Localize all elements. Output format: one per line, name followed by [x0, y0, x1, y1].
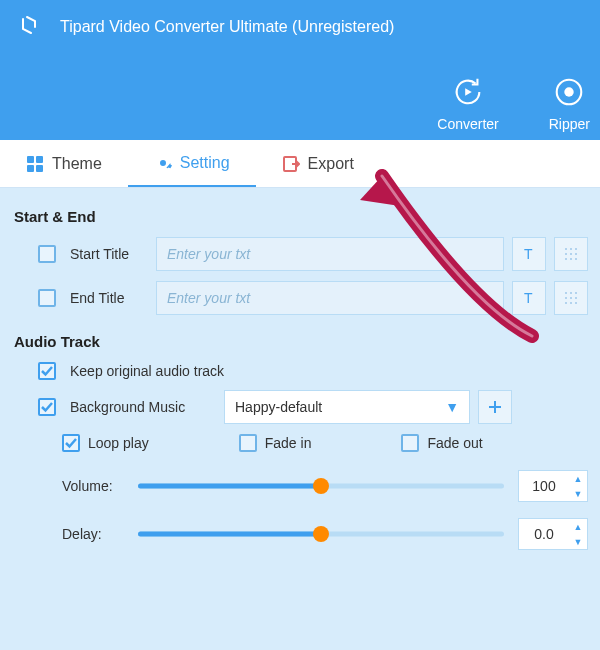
bgm-checkbox[interactable] [38, 398, 56, 416]
bgm-add-button[interactable] [478, 390, 512, 424]
bgm-dropdown[interactable]: Happy-default ▼ [224, 390, 470, 424]
volume-down-button[interactable]: ▼ [569, 486, 587, 501]
keep-audio-row: Keep original audio track [38, 362, 588, 380]
delay-spinner[interactable]: 0.0 ▲ ▼ [518, 518, 588, 550]
volume-label: Volume: [62, 478, 124, 494]
svg-marker-0 [465, 88, 472, 96]
start-title-input[interactable] [156, 237, 504, 271]
svg-point-24 [575, 297, 577, 299]
delay-label: Delay: [62, 526, 124, 542]
tab-export-label: Export [308, 155, 354, 173]
end-title-label: End Title [70, 290, 138, 306]
fade-in-label: Fade in [265, 435, 312, 451]
svg-point-21 [575, 292, 577, 294]
svg-point-25 [565, 302, 567, 304]
app-title: Tipard Video Converter Ultimate (Unregis… [60, 18, 394, 36]
ripper-icon [551, 74, 587, 110]
chevron-down-icon: ▼ [445, 399, 459, 415]
loop-play-label: Loop play [88, 435, 149, 451]
svg-point-13 [570, 253, 572, 255]
svg-rect-5 [27, 165, 34, 172]
tabs-bar: Theme Setting Export [0, 140, 600, 188]
start-title-grid-button[interactable] [554, 237, 588, 271]
header-nav: Converter Ripper [437, 74, 590, 132]
fade-out-checkbox[interactable] [401, 434, 419, 452]
tab-setting[interactable]: Setting [128, 140, 256, 187]
volume-slider[interactable] [138, 476, 504, 496]
svg-point-26 [570, 302, 572, 304]
start-title-checkbox[interactable] [38, 245, 56, 263]
gear-icon [154, 154, 172, 172]
svg-text:T: T [524, 246, 533, 262]
nav-ripper-label: Ripper [549, 116, 590, 132]
end-title-font-button[interactable]: T [512, 281, 546, 315]
volume-spinner[interactable]: 100 ▲ ▼ [518, 470, 588, 502]
svg-point-23 [570, 297, 572, 299]
tab-setting-label: Setting [180, 154, 230, 172]
svg-point-2 [565, 87, 574, 96]
svg-rect-4 [36, 156, 43, 163]
svg-rect-6 [36, 165, 43, 172]
delay-row: Delay: 0.0 ▲ ▼ [62, 518, 588, 550]
bgm-suboptions: Loop play Fade in Fade out [62, 434, 588, 452]
svg-point-9 [565, 248, 567, 250]
section-start-end-title: Start & End [14, 208, 588, 225]
svg-point-10 [570, 248, 572, 250]
volume-up-button[interactable]: ▲ [569, 471, 587, 486]
fade-out-label: Fade out [427, 435, 482, 451]
tab-theme[interactable]: Theme [0, 140, 128, 187]
loop-play-option: Loop play [62, 434, 149, 452]
svg-point-14 [575, 253, 577, 255]
converter-icon [450, 74, 486, 110]
svg-text:T: T [524, 290, 533, 306]
delay-up-button[interactable]: ▲ [569, 519, 587, 534]
section-audio-title: Audio Track [14, 333, 588, 350]
bgm-row: Background Music Happy-default ▼ [38, 390, 588, 424]
nav-converter-label: Converter [437, 116, 498, 132]
volume-row: Volume: 100 ▲ ▼ [62, 470, 588, 502]
tab-export[interactable]: Export [256, 140, 380, 187]
fade-in-checkbox[interactable] [239, 434, 257, 452]
fade-in-option: Fade in [239, 434, 312, 452]
start-title-font-button[interactable]: T [512, 237, 546, 271]
volume-value: 100 [519, 478, 569, 494]
end-title-input[interactable] [156, 281, 504, 315]
svg-point-20 [570, 292, 572, 294]
svg-point-11 [575, 248, 577, 250]
svg-point-19 [565, 292, 567, 294]
svg-point-15 [565, 258, 567, 260]
app-header: Tipard Video Converter Ultimate (Unregis… [0, 0, 600, 140]
svg-rect-3 [27, 156, 34, 163]
svg-point-12 [565, 253, 567, 255]
loop-play-checkbox[interactable] [62, 434, 80, 452]
end-title-checkbox[interactable] [38, 289, 56, 307]
theme-icon [26, 155, 44, 173]
keep-audio-label: Keep original audio track [70, 363, 224, 379]
end-title-row: End Title T [38, 281, 588, 315]
svg-point-27 [575, 302, 577, 304]
svg-point-22 [565, 297, 567, 299]
bgm-label: Background Music [70, 399, 206, 415]
app-logo-icon [16, 14, 42, 40]
keep-audio-checkbox[interactable] [38, 362, 56, 380]
title-row: Tipard Video Converter Ultimate (Unregis… [0, 0, 600, 40]
start-title-label: Start Title [70, 246, 138, 262]
start-title-row: Start Title T [38, 237, 588, 271]
settings-panel: Start & End Start Title T End Title T Au… [0, 188, 600, 586]
delay-slider[interactable] [138, 524, 504, 544]
svg-point-17 [575, 258, 577, 260]
tab-theme-label: Theme [52, 155, 102, 173]
svg-point-16 [570, 258, 572, 260]
delay-value: 0.0 [519, 526, 569, 542]
delay-down-button[interactable]: ▼ [569, 534, 587, 549]
export-icon [282, 155, 300, 173]
fade-out-option: Fade out [401, 434, 482, 452]
end-title-grid-button[interactable] [554, 281, 588, 315]
nav-converter[interactable]: Converter [437, 74, 498, 132]
nav-ripper[interactable]: Ripper [549, 74, 590, 132]
bgm-dropdown-value: Happy-default [235, 399, 322, 415]
